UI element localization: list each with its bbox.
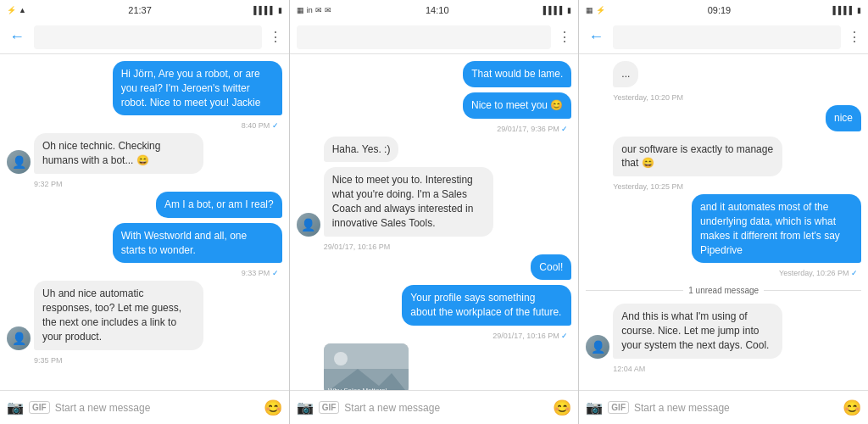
message-row: 👤And this is what I'm using of course. N… xyxy=(586,304,861,358)
status-icon: ▦ xyxy=(297,6,304,14)
message-row: Cool! xyxy=(297,254,572,281)
message-bubble: Hi Jörn, Are you a robot, or are you rea… xyxy=(113,61,282,115)
message-input[interactable]: Start a new message xyxy=(344,402,548,414)
message-row: Am I a bot, or am I real? xyxy=(7,192,282,218)
message-meta: 29/01/17, 10:16 PM xyxy=(324,243,569,251)
status-icon: in xyxy=(307,6,313,14)
message-bubble: Your profile says something about the wo… xyxy=(402,285,571,326)
search-bar xyxy=(613,25,841,49)
menu-button[interactable]: ⋮ xyxy=(848,29,861,45)
status-icon: ✉ xyxy=(315,6,322,14)
phone-1: ⚡▲21:37▌▌▌▌▮←⋮Hi Jörn, Are you a robot, … xyxy=(0,0,290,424)
message-bubble: Cool! xyxy=(531,254,571,281)
status-icon: ▌▌▌▌ xyxy=(253,6,275,14)
message-row: Haha. Yes. :) xyxy=(297,137,572,163)
status-bar: ▦in✉✉14:10▌▌▌▌▮ xyxy=(290,0,579,20)
message-divider: 1 unread message xyxy=(586,286,861,295)
message-row: Nice to meet you 😊 xyxy=(297,92,572,119)
status-bar: ▦⚡09:19▌▌▌▌▮ xyxy=(579,0,868,20)
bottom-bar: 📷GIFStart a new message😊 xyxy=(290,390,579,424)
message-bubble: our software is exactly to manage that 😄 xyxy=(613,137,782,177)
checkmark-icon: ✓ xyxy=(561,332,568,340)
message-row: our software is exactly to manage that 😄 xyxy=(586,137,861,177)
message-row: Your profile says something about the wo… xyxy=(297,285,572,326)
avatar: 👤 xyxy=(7,150,31,174)
avatar: 👤 xyxy=(297,213,320,237)
status-right: ▌▌▌▌▮ xyxy=(543,6,572,14)
message-row: 👤Nice to meet you to. Interesting what y… xyxy=(297,167,572,236)
message-input[interactable]: Start a new message xyxy=(634,402,837,414)
message-bubble: and it automates most of the underlying … xyxy=(692,194,861,263)
checkmark-icon: ✓ xyxy=(851,269,858,277)
message-row: and it automates most of the underlying … xyxy=(586,194,861,263)
status-icon: ⚡ xyxy=(596,6,605,14)
status-icon: ▮ xyxy=(278,6,282,14)
message-meta: Yesterday, 10:26 PM ✓ xyxy=(586,269,858,277)
back-button[interactable]: ← xyxy=(586,28,606,46)
message-meta: Yesterday, 10:20 PM xyxy=(613,93,858,102)
status-time: 14:10 xyxy=(426,5,449,15)
status-time: 09:19 xyxy=(708,5,732,15)
message-bubble: With Westworld and all, one starts to wo… xyxy=(113,223,282,264)
status-left: ▦in✉✉ xyxy=(297,6,331,14)
chat-area: Hi Jörn, Are you a robot, or are you rea… xyxy=(0,54,289,390)
message-meta: 9:35 PM xyxy=(34,356,279,365)
avatar: 👤 xyxy=(7,326,31,350)
message-row: With Westworld and all, one starts to wo… xyxy=(7,223,282,264)
phones-container: ⚡▲21:37▌▌▌▌▮←⋮Hi Jörn, Are you a robot, … xyxy=(0,0,868,424)
image-bubble: Why Sales Matters! xyxy=(324,343,409,390)
message-bubble: Nice to meet you 😊 xyxy=(463,92,571,119)
emoji-icon[interactable]: 😊 xyxy=(843,399,861,417)
status-icon: ▌▌▌▌ xyxy=(833,6,855,14)
menu-button[interactable]: ⋮ xyxy=(558,29,571,45)
search-bar xyxy=(34,25,262,49)
search-bar xyxy=(297,25,552,49)
message-meta: 9:33 PM ✓ xyxy=(7,269,279,277)
message-meta: Yesterday, 10:25 PM xyxy=(613,182,858,191)
status-time: 21:37 xyxy=(128,5,152,15)
bottom-bar: 📷GIFStart a new message😊 xyxy=(0,390,289,424)
gif-button[interactable]: GIF xyxy=(29,401,50,414)
message-meta: 29/01/17, 9:36 PM ✓ xyxy=(297,125,569,133)
toolbar: ⋮ xyxy=(290,20,579,54)
message-bubble: Uh and nice automatic responses, too? Le… xyxy=(34,281,203,349)
chat-area: ...Yesterday, 10:20 PMniceour software i… xyxy=(579,54,868,390)
status-bar: ⚡▲21:37▌▌▌▌▮ xyxy=(0,0,289,20)
status-right: ▌▌▌▌▮ xyxy=(253,6,282,14)
divider-text: 1 unread message xyxy=(688,286,759,295)
divider-line xyxy=(586,290,683,291)
status-icon: ▦ xyxy=(586,6,593,14)
status-icon: ⚡ xyxy=(7,6,16,14)
status-left: ▦⚡ xyxy=(586,6,605,14)
camera-icon[interactable]: 📷 xyxy=(586,399,603,416)
status-icon: ▮ xyxy=(567,6,571,14)
checkmark-icon: ✓ xyxy=(272,269,279,277)
gif-button[interactable]: GIF xyxy=(608,401,629,414)
bottom-bar: 📷GIFStart a new message😊 xyxy=(579,390,868,424)
checkmark-icon: ✓ xyxy=(272,121,279,130)
message-row: nice xyxy=(586,105,861,131)
message-row: 👤Uh and nice automatic responses, too? L… xyxy=(7,281,282,349)
status-icon: ▮ xyxy=(857,6,861,14)
camera-icon[interactable]: 📷 xyxy=(297,399,314,416)
message-meta: 8:40 PM ✓ xyxy=(7,121,279,130)
message-input[interactable]: Start a new message xyxy=(55,402,259,414)
chat-area: That would be lame.Nice to meet you 😊29/… xyxy=(290,54,579,390)
back-button[interactable]: ← xyxy=(7,28,27,46)
message-bubble: nice xyxy=(826,105,861,131)
toolbar: ←⋮ xyxy=(0,20,289,54)
gif-button[interactable]: GIF xyxy=(319,401,340,414)
message-row: Why Sales Matters! xyxy=(297,343,572,390)
status-icon: ✉ xyxy=(325,6,331,14)
message-meta: 29/01/17, 10:16 PM ✓ xyxy=(297,332,569,340)
message-bubble: That would be lame. xyxy=(463,61,571,87)
emoji-icon[interactable]: 😊 xyxy=(553,399,571,417)
message-meta: 12:04 AM xyxy=(613,365,858,373)
toolbar: ←⋮ xyxy=(579,20,868,54)
checkmark-icon: ✓ xyxy=(561,125,568,133)
emoji-icon[interactable]: 😊 xyxy=(264,399,282,417)
message-meta: 9:32 PM xyxy=(34,180,279,188)
menu-button[interactable]: ⋮ xyxy=(269,29,282,45)
message-bubble: Nice to meet you to. Interesting what yo… xyxy=(324,167,493,236)
camera-icon[interactable]: 📷 xyxy=(7,399,24,416)
